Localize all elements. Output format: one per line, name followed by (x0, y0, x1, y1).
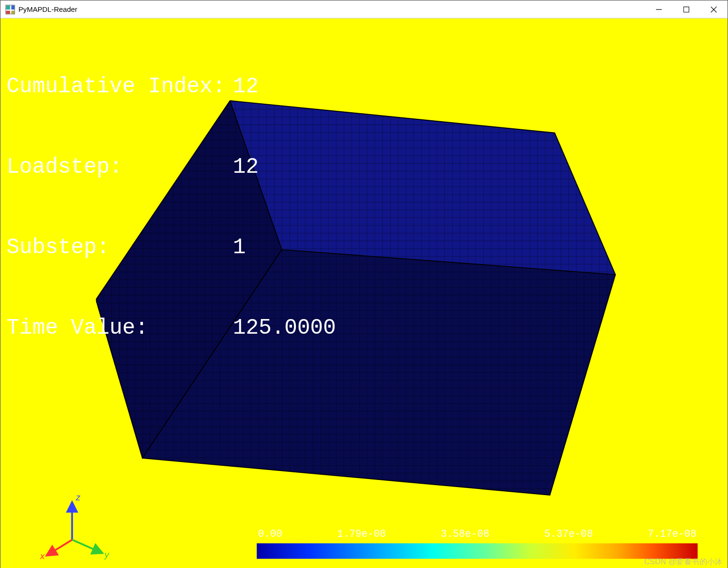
colorbar-tick: 1.79e-08 (337, 528, 386, 540)
value-substep: 1 (233, 234, 246, 261)
axes-triad: z y x (36, 492, 114, 564)
axis-x (47, 540, 72, 555)
value-cumulative-index: 12 (233, 73, 258, 100)
svg-marker-10 (555, 133, 615, 275)
axis-label-y: y (104, 550, 109, 560)
label-time-value: Time Value: (7, 315, 233, 342)
maximize-button[interactable] (673, 0, 700, 18)
close-icon (711, 6, 717, 12)
application-window: PyMAPDL-Reader (0, 0, 728, 568)
label-loadstep: Loadstep: (7, 154, 233, 181)
scalar-colorbar: 0.00 1.79e-08 3.58e-08 5.37e-08 7.17e-08 (257, 528, 697, 559)
minimize-button[interactable] (645, 0, 673, 18)
axis-label-z: z (76, 493, 81, 503)
colorbar-tick: 7.17e-08 (648, 528, 697, 540)
axis-label-x: x (39, 552, 45, 561)
result-info-overlay: Cumulative Index:12 Loadstep:12 Substep:… (7, 20, 336, 395)
label-cumulative-index: Cumulative Index: (7, 73, 233, 100)
close-button[interactable] (700, 0, 728, 18)
app-icon (5, 4, 15, 14)
window-title: PyMAPDL-Reader (18, 5, 645, 14)
colorbar-tick: 0.00 (258, 528, 282, 540)
value-time-value: 125.0000 (233, 315, 336, 342)
titlebar[interactable]: PyMAPDL-Reader (0, 0, 727, 18)
watermark-text: CSDN @爱看书的小沐 (644, 557, 723, 568)
colorbar-ticks: 0.00 1.79e-08 3.58e-08 5.37e-08 7.17e-08 (257, 528, 697, 540)
colorbar-gradient (257, 543, 697, 559)
label-substep: Substep: (7, 234, 233, 261)
axis-y (72, 540, 102, 553)
maximize-icon (684, 6, 690, 12)
minimize-icon (656, 6, 662, 12)
colorbar-tick: 5.37e-08 (544, 528, 593, 540)
render-viewport[interactable]: Cumulative Index:12 Loadstep:12 Substep:… (0, 18, 727, 568)
window-controls (645, 0, 728, 18)
colorbar-tick: 3.58e-08 (441, 528, 489, 540)
svg-rect-0 (684, 7, 689, 12)
value-loadstep: 12 (233, 154, 258, 181)
